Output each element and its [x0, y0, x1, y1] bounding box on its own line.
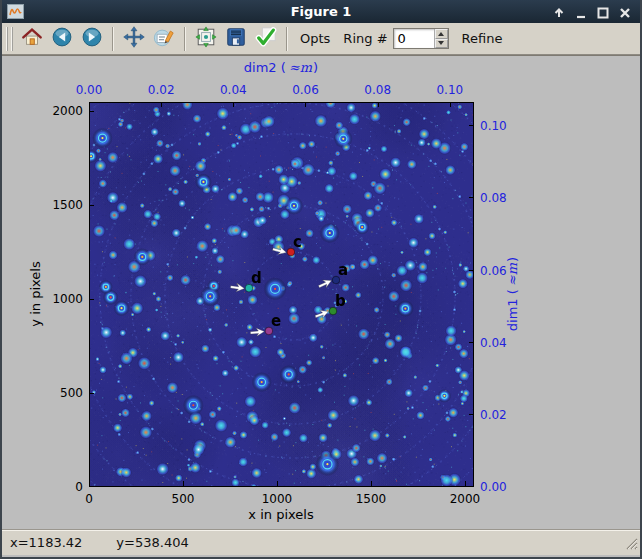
- window-close-button[interactable]: [618, 5, 632, 19]
- x-axis-tick: 1000: [262, 492, 293, 506]
- pan-button[interactable]: [119, 25, 149, 53]
- top-axis-tick: 0.00: [76, 83, 103, 97]
- y-axis-tick: 1500: [52, 198, 83, 212]
- y-axis-tick: 500: [60, 386, 83, 400]
- ring-number-value[interactable]: 0: [394, 29, 434, 48]
- window-maximize-button[interactable]: [596, 5, 610, 19]
- spinbox-down-button[interactable]: [435, 39, 448, 49]
- y-axis-tick: 0: [75, 480, 83, 494]
- x-axis-tick: 0: [85, 492, 93, 506]
- apply-button[interactable]: [251, 25, 281, 53]
- top-axis-tick: 0.10: [436, 83, 463, 97]
- figure-canvas-area: dim2 (≈m) dim1 (≈m) x in pixels y in pix…: [2, 55, 640, 529]
- toolbar-drag-handle[interactable]: [6, 27, 13, 51]
- cursor-x-readout: x=1183.42: [10, 535, 82, 550]
- ring-number-label: Ring #: [337, 27, 389, 50]
- right-axis-label: dim1 (≈m): [505, 257, 520, 331]
- top-axis-tick: 0.06: [292, 83, 319, 97]
- resize-grip[interactable]: [625, 537, 638, 553]
- forward-button[interactable]: [77, 25, 107, 53]
- top-axis-label: dim2 (≈m): [244, 60, 318, 75]
- refine-button[interactable]: Refine: [455, 27, 510, 50]
- forward-arrow-icon: [81, 26, 103, 52]
- back-arrow-icon: [51, 26, 73, 52]
- x-axis-tick: 2000: [450, 492, 481, 506]
- right-axis-tick: 0.04: [480, 336, 507, 350]
- right-axis-tick: 0.02: [480, 408, 507, 422]
- window-title: Figure 1: [2, 4, 640, 19]
- floppy-save-icon: [225, 26, 247, 52]
- window-titlebar[interactable]: Figure 1: [2, 0, 640, 23]
- y-axis-label: y in pixels: [28, 261, 43, 326]
- pan-arrows-icon: [123, 26, 145, 52]
- matplotlib-logo-icon: [7, 4, 24, 19]
- pencil-note-icon: [153, 26, 175, 52]
- cursor-y-readout: y=538.404: [116, 535, 188, 550]
- toolbar-separator: [112, 27, 114, 51]
- save-button[interactable]: [221, 25, 251, 53]
- toolbar-separator: [286, 27, 288, 51]
- customize-button[interactable]: [149, 25, 179, 53]
- toolbar-separator: [184, 27, 186, 51]
- back-button[interactable]: [47, 25, 77, 53]
- y-axis-tick: 1000: [52, 292, 83, 306]
- x-axis-tick: 1500: [356, 492, 387, 506]
- x-axis-label: x in pixels: [248, 507, 313, 522]
- calibration-point-label: d: [251, 271, 262, 286]
- subplots-button[interactable]: [191, 25, 221, 53]
- spinbox-up-button[interactable]: [435, 29, 448, 39]
- calibration-point-label: e: [271, 314, 281, 329]
- subplots-config-icon: [195, 26, 217, 52]
- ring-number-spinbox[interactable]: 0: [393, 28, 449, 49]
- opts-button[interactable]: Opts: [293, 27, 337, 50]
- home-icon: [21, 26, 43, 52]
- x-axis-tick: 500: [172, 492, 195, 506]
- y-axis-tick: 2000: [52, 104, 83, 118]
- right-axis-tick: 0.00: [480, 480, 507, 494]
- spin-down-icon: [438, 41, 444, 45]
- right-axis-tick: 0.10: [480, 119, 507, 133]
- calibration-point-label: b: [335, 294, 346, 309]
- window-rollup-button[interactable]: [552, 5, 566, 19]
- right-axis-tick: 0.08: [480, 191, 507, 205]
- window-minimize-button[interactable]: [574, 5, 588, 19]
- figure-window: Figure 1: [0, 0, 642, 559]
- calibration-point-label: a: [338, 263, 348, 278]
- checkmark-icon: [255, 26, 277, 52]
- top-axis-tick: 0.04: [220, 83, 247, 97]
- home-button[interactable]: [17, 25, 47, 53]
- top-axis-tick: 0.08: [364, 83, 391, 97]
- calibration-point-label: c: [293, 235, 302, 250]
- diffraction-image-plot[interactable]: [89, 102, 474, 487]
- figure-toolbar: Opts Ring # 0 Refine: [2, 23, 640, 55]
- top-axis-tick: 0.02: [148, 83, 175, 97]
- statusbar: x=1183.42 y=538.404: [2, 529, 640, 555]
- spin-up-icon: [438, 32, 444, 36]
- right-axis-tick: 0.06: [480, 264, 507, 278]
